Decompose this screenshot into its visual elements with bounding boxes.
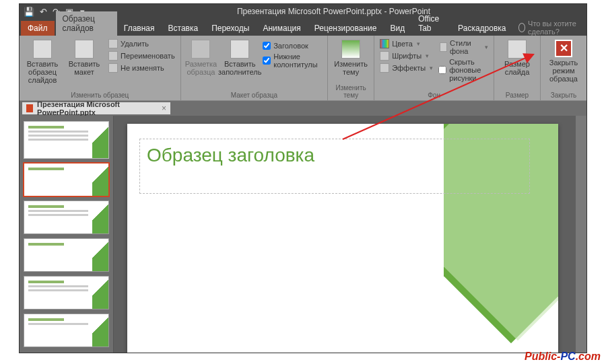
app-window: 💾 ↶ ↷ ▣ ▾ Презентация Microsoft PowerPoi… [19,3,587,353]
ribbon: Вставить образец слайдов Вставить макет … [20,36,586,101]
master-layout-button: Разметка образца [185,37,217,76]
tab-slide-master[interactable]: Образец слайдов [56,11,117,36]
background-styles-button[interactable]: Стили фона▾ [438,38,490,56]
group-edit-master: Вставить образец слайдов Вставить макет … [20,36,181,100]
themes-button[interactable]: Изменить тему [332,37,370,76]
background-styles-icon [440,42,447,52]
group-label-edit-master: Изменить образец [24,90,176,100]
delete-button[interactable]: Удалить [107,38,176,49]
tab-view[interactable]: Вид [383,21,411,36]
slide-size-button[interactable]: Размер слайда [498,37,536,76]
workspace: Образец заголовка [20,116,586,353]
close-tab-icon[interactable]: × [162,104,166,113]
insert-slide-master-button[interactable]: Вставить образец слайдов [24,37,61,84]
colors-icon [380,39,389,48]
insert-placeholder-button[interactable]: Вставить заполнитель [221,37,259,76]
thumbnail-pane[interactable] [20,116,114,353]
chevron-down-icon: ▾ [430,65,433,71]
insert-placeholder-icon [230,40,249,59]
checkbox-footers[interactable]: Нижние колонтитулы [263,52,323,69]
effects-icon [380,63,389,73]
tab-transitions[interactable]: Переходы [205,21,256,36]
group-edit-theme: Изменить тему Изменить тему [328,36,374,100]
group-label-close: Закрыть [545,90,582,100]
group-label-edit-theme: Изменить тему [332,83,370,100]
master-thumbnail[interactable] [24,121,109,159]
close-master-view-button[interactable]: ✕ Закрыть режим образца [545,37,582,83]
group-background: Цвета▾ Шрифты▾ Эффекты▾ Стили фона▾ Скры… [374,36,494,100]
chevron-down-icon: ▾ [426,52,429,59]
preserve-button[interactable]: Не изменять [107,63,176,73]
document-tab[interactable]: Презентация Microsoft PowerPoint.pptx × [22,102,170,114]
slide-canvas[interactable]: Образец заголовка [127,124,558,353]
insert-layout-icon [75,40,94,59]
layout-thumbnail[interactable] [24,201,109,234]
tab-home[interactable]: Главная [117,21,162,36]
tab-storyboard[interactable]: Раскадровка [451,21,512,36]
slide-editor[interactable]: Образец заголовка [114,116,586,353]
delete-icon [108,39,118,48]
checkbox-hide-bg[interactable]: Скрыть фоновые рисунки [438,57,490,83]
title-placeholder[interactable]: Образец заголовка [139,139,530,194]
slide-size-icon [508,40,527,59]
document-tab-label: Презентация Microsoft PowerPoint.pptx [37,100,158,116]
tell-me[interactable]: Что вы хотите сделать? [518,20,586,36]
document-tab-bar: Презентация Microsoft PowerPoint.pptx × [20,101,586,116]
chevron-down-icon: ▾ [485,44,488,50]
chevron-down-icon: ▾ [417,40,420,47]
watermark: Public-PC.com [525,351,601,363]
powerpoint-icon [26,104,33,112]
ribbon-tabs: Файл Образец слайдов Главная Вставка Пер… [20,19,586,36]
fonts-icon [380,51,389,61]
vertical-scrollbar[interactable] [576,116,586,353]
master-layout-icon [191,40,210,59]
layout-thumbnail[interactable] [24,314,109,347]
undo-icon[interactable]: ↶ [40,7,47,17]
colors-button[interactable]: Цвета▾ [378,38,434,49]
bulb-icon [518,23,526,32]
layout-thumbnail[interactable] [24,238,109,272]
tab-animation[interactable]: Анимация [256,21,307,36]
window-title: Презентация Microsoft PowerPoint.pptx - … [85,7,582,16]
tab-file[interactable]: Файл [21,21,55,36]
title-placeholder-text: Образец заголовка [147,145,523,166]
layout-thumbnail[interactable] [24,276,109,310]
tab-insert[interactable]: Вставка [162,21,205,36]
save-icon[interactable]: 💾 [24,7,34,17]
checkbox-title[interactable]: Заголовок [263,41,323,50]
group-size: Размер слайда Размер [494,36,541,100]
rename-icon [108,51,118,61]
close-icon: ✕ [555,40,572,57]
group-label-size: Размер [498,90,536,100]
rename-button[interactable]: Переименовать [107,50,176,61]
themes-icon [341,40,360,59]
group-label-master-layout: Макет образца [185,90,323,100]
group-label-background: Фон [378,90,490,100]
group-master-layout: Разметка образца Вставить заполнитель За… [181,36,328,100]
layout-thumbnail[interactable] [24,163,109,196]
insert-slide-master-icon [33,40,52,59]
tab-office-tab[interactable]: Office Tab [411,11,451,36]
effects-button[interactable]: Эффекты▾ [378,63,434,73]
tab-review[interactable]: Рецензирование [308,21,384,36]
preserve-icon [108,63,118,73]
group-close: ✕ Закрыть режим образца Закрыть [541,36,586,100]
fonts-button[interactable]: Шрифты▾ [378,50,434,61]
insert-layout-button[interactable]: Вставить макет [65,37,103,76]
